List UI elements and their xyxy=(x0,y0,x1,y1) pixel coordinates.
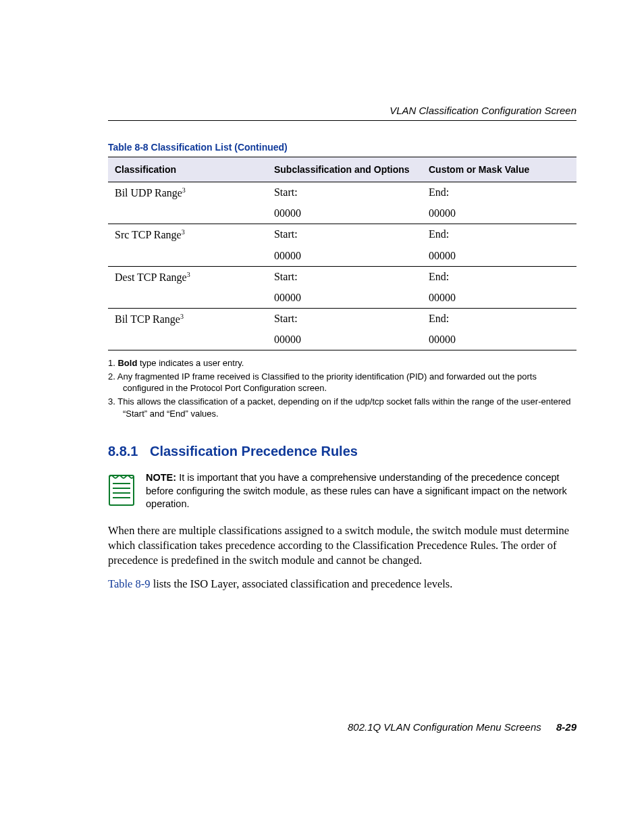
end-value: 00000 xyxy=(422,330,576,350)
footnote-1: 1. Bold type indicates a user entry. xyxy=(108,357,576,369)
start-value: 00000 xyxy=(267,330,422,350)
end-label: End: xyxy=(422,182,576,204)
note-icon xyxy=(108,471,136,506)
note-body: It is important that you have a comprehe… xyxy=(146,472,567,509)
row-name: Bil TCP Range xyxy=(115,313,180,325)
table-row: 00000 00000 xyxy=(108,246,576,267)
table-row: Bil TCP Range3 Start: End: xyxy=(108,308,576,330)
body-paragraph-2: Table 8-9 lists the ISO Layer, associate… xyxy=(108,577,576,592)
col-subclassification: Subclassification and Options xyxy=(267,157,422,182)
row-sup: 3 xyxy=(182,186,186,194)
footnotes: 1. Bold type indicates a user entry. 2. … xyxy=(108,357,576,419)
table-caption: Table 8-8 Classification List (Continued… xyxy=(108,142,576,153)
footnote-2: 2. Any fragmented IP frame received is C… xyxy=(108,371,576,394)
note-block: NOTE: It is important that you have a co… xyxy=(108,471,576,511)
note-text: NOTE: It is important that you have a co… xyxy=(146,471,576,511)
end-value: 00000 xyxy=(422,288,576,309)
section-title: Classification Precedence Rules xyxy=(150,444,358,459)
end-value: 00000 xyxy=(422,246,576,267)
end-value: 00000 xyxy=(422,203,576,224)
page: VLAN Classification Configuration Screen… xyxy=(0,0,644,834)
table-row: Dest TCP Range3 Start: End: xyxy=(108,266,576,288)
body-paragraph-2-rest: lists the ISO Layer, associated classifi… xyxy=(151,577,453,590)
end-label: End: xyxy=(422,266,576,288)
row-name: Dest TCP Range xyxy=(115,271,187,283)
classification-table: Classification Subclassification and Opt… xyxy=(108,157,576,350)
running-header: VLAN Classification Configuration Screen xyxy=(390,105,576,116)
end-label: End: xyxy=(422,308,576,330)
body-paragraph-1: When there are multiple classifications … xyxy=(108,523,576,569)
start-label: Start: xyxy=(267,224,422,246)
section-number: 8.8.1 xyxy=(108,444,150,459)
row-name: Src TCP Range xyxy=(115,230,182,241)
col-custom-mask: Custom or Mask Value xyxy=(422,157,576,182)
row-sup: 3 xyxy=(180,313,184,320)
footer-text: 802.1Q VLAN Configuration Menu Screens xyxy=(348,721,541,733)
start-value: 00000 xyxy=(267,288,422,309)
note-label: NOTE: xyxy=(146,472,176,483)
table-row: Src TCP Range3 Start: End: xyxy=(108,224,576,246)
page-footer: 802.1Q VLAN Configuration Menu Screens 8… xyxy=(348,721,576,733)
start-value: 00000 xyxy=(267,246,422,267)
end-label: End: xyxy=(422,224,576,246)
row-sup: 3 xyxy=(187,271,190,278)
table-row: Bil UDP Range3 Start: End: xyxy=(108,182,576,204)
row-name: Bil UDP Range xyxy=(115,187,182,199)
row-sup: 3 xyxy=(182,228,185,236)
section-heading: 8.8.1Classification Precedence Rules xyxy=(108,444,576,459)
col-classification: Classification xyxy=(108,157,267,182)
header-rule xyxy=(108,120,576,121)
table-row: 00000 00000 xyxy=(108,203,576,224)
start-label: Start: xyxy=(267,308,422,330)
svg-rect-0 xyxy=(109,475,134,505)
page-number: 8-29 xyxy=(556,721,576,733)
cross-ref-link[interactable]: Table 8-9 xyxy=(108,577,151,590)
start-label: Start: xyxy=(267,266,422,288)
start-value: 00000 xyxy=(267,203,422,224)
table-row: 00000 00000 xyxy=(108,330,576,350)
start-label: Start: xyxy=(267,182,422,204)
table-row: 00000 00000 xyxy=(108,288,576,309)
footnote-3: 3. This allows the classification of a p… xyxy=(108,396,576,419)
